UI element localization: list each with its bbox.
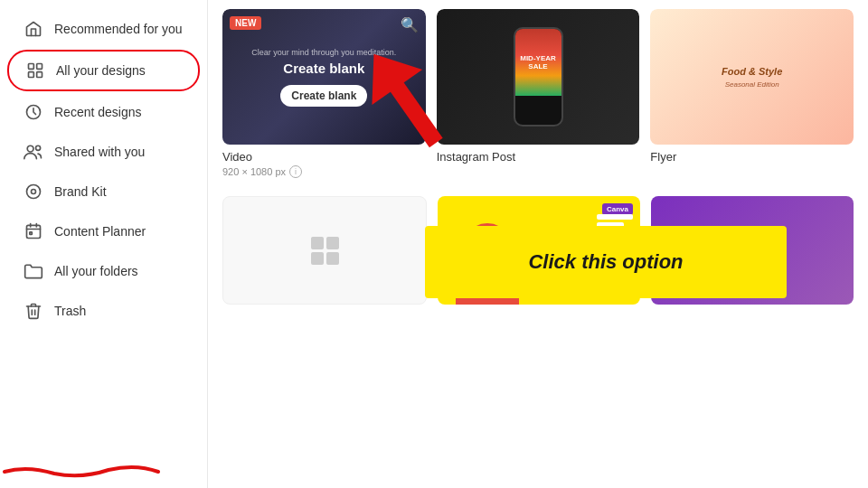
- card-flyer-label: Flyer: [650, 150, 854, 164]
- card-instagram-thumb: MID-YEAR SALE: [437, 9, 640, 145]
- sidebar: Recommended for you All your designs Rec…: [0, 0, 208, 488]
- calendar-icon: [24, 221, 43, 241]
- svg-point-5: [27, 145, 33, 152]
- flyer-inner: Food & Style Seasonal Edition: [722, 66, 782, 89]
- sidebar-item-folders[interactable]: All your folders: [7, 252, 200, 290]
- sidebar-item-content-planner[interactable]: Content Planner: [7, 212, 200, 250]
- svg-rect-9: [27, 225, 41, 238]
- card-flyer[interactable]: Food & Style Seasonal Edition Flyer: [650, 9, 854, 178]
- sidebar-item-brand-label: Brand Kit: [54, 184, 107, 199]
- svg-rect-0: [29, 64, 34, 70]
- card-video-sub: 920 × 1080 px i: [222, 165, 426, 178]
- banner-text: Click this option: [528, 250, 683, 274]
- mid-year-text: MID-YEAR SALE: [515, 54, 561, 70]
- sidebar-item-trash-label: Trash: [54, 304, 86, 318]
- card-flyer-thumb: Food & Style Seasonal Edition: [650, 9, 854, 145]
- svg-point-7: [32, 190, 36, 194]
- svg-rect-13: [30, 232, 33, 235]
- sidebar-item-recent-label: Recent designs: [54, 105, 142, 119]
- sidebar-item-recommended[interactable]: Recommended for you: [7, 10, 200, 48]
- trash-icon: [24, 301, 43, 321]
- main-content: NEW 🔍 Clear your mind through you medita…: [208, 0, 868, 488]
- svg-point-8: [27, 185, 41, 199]
- card-placeholder[interactable]: [222, 196, 427, 305]
- card-video-label: Video: [222, 150, 426, 164]
- svg-point-6: [36, 145, 41, 150]
- sidebar-item-shared[interactable]: Shared with you: [7, 133, 200, 171]
- home-icon: [24, 19, 43, 39]
- sidebar-item-recent[interactable]: Recent designs: [7, 93, 200, 131]
- sidebar-item-folders-label: All your folders: [54, 264, 138, 278]
- video-big-text: Create blank: [251, 59, 396, 78]
- svg-rect-1: [37, 64, 42, 70]
- video-small-text: Clear your mind through you meditation.: [251, 47, 396, 59]
- card-instagram[interactable]: MID-YEAR SALE Instagram Post: [437, 9, 640, 178]
- video-card-text: Clear your mind through you meditation. …: [251, 47, 396, 78]
- sidebar-item-brand-kit[interactable]: Brand Kit: [7, 173, 200, 211]
- info-icon[interactable]: i: [289, 165, 302, 178]
- yellow-click-banner: Click this option: [425, 226, 787, 298]
- phone-mockup: MID-YEAR SALE: [514, 27, 563, 127]
- sidebar-item-all-designs[interactable]: All your designs: [7, 50, 200, 91]
- svg-rect-3: [37, 72, 42, 78]
- new-badge: NEW: [230, 16, 261, 30]
- svg-rect-2: [29, 72, 34, 78]
- card-grid-row1: NEW 🔍 Clear your mind through you medita…: [208, 0, 868, 178]
- sidebar-item-all-designs-label: All your designs: [56, 63, 146, 78]
- sidebar-item-recommended-label: Recommended for you: [54, 22, 183, 36]
- sidebar-item-trash[interactable]: Trash: [7, 292, 200, 330]
- card-instagram-label: Instagram Post: [437, 150, 640, 164]
- grid-icon-placeholder: [311, 237, 339, 265]
- clock-icon: [24, 102, 43, 122]
- card-video-thumb: NEW 🔍 Clear your mind through you medita…: [222, 9, 426, 145]
- grid-icon: [25, 61, 45, 80]
- sidebar-item-content-planner-label: Content Planner: [54, 224, 146, 239]
- search-icon[interactable]: 🔍: [401, 16, 419, 33]
- people-icon: [24, 142, 43, 162]
- sidebar-item-shared-label: Shared with you: [54, 145, 145, 159]
- card-video[interactable]: NEW 🔍 Clear your mind through you medita…: [222, 9, 426, 178]
- folder-icon: [24, 261, 43, 281]
- brand-icon: [24, 182, 43, 202]
- red-scribble-decoration: [0, 461, 163, 479]
- create-blank-button[interactable]: Create blank: [280, 85, 367, 107]
